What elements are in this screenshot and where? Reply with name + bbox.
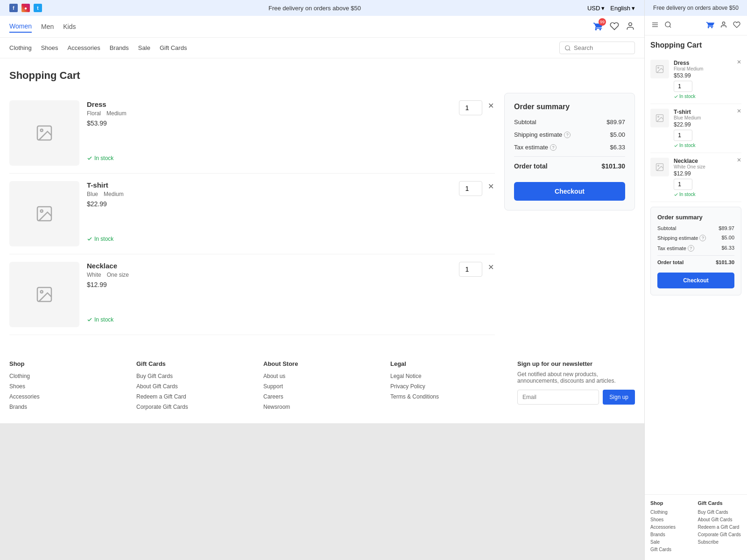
- summary-total-row: Order total $101.30: [514, 156, 625, 170]
- rp-footer-link[interactable]: Brands: [650, 532, 694, 537]
- tab-men[interactable]: Men: [41, 21, 54, 33]
- rp-footer-link[interactable]: Redeem a Gift Card: [698, 525, 742, 530]
- rp-footer-link[interactable]: Shoes: [650, 517, 694, 522]
- rp-remove-item-button[interactable]: ✕: [737, 108, 741, 114]
- rp-footer-link[interactable]: About Gift Cards: [698, 517, 742, 522]
- footer-link[interactable]: Terms & Conditions: [390, 393, 508, 400]
- remove-item-button[interactable]: ✕: [487, 100, 495, 111]
- rp-footer-link[interactable]: Corporate Gift Cards: [698, 532, 742, 537]
- rp-footer-link[interactable]: Accessories: [650, 525, 694, 530]
- remove-item-button[interactable]: ✕: [487, 181, 495, 192]
- rp-item-image: [650, 60, 669, 78]
- search-input[interactable]: [574, 44, 630, 51]
- rp-checkout-button[interactable]: Checkout: [657, 273, 734, 288]
- image-placeholder-icon: [35, 204, 54, 223]
- rp-footer-link[interactable]: Subscribe: [698, 539, 742, 545]
- nav-clothing[interactable]: Clothing: [9, 44, 32, 51]
- footer-newsletter-col: Sign up for our newsletter Get notified …: [517, 360, 635, 414]
- image-icon: [655, 113, 664, 123]
- footer-link[interactable]: Support: [263, 383, 381, 390]
- rp-remove-item-button[interactable]: ✕: [737, 59, 741, 65]
- check-icon: [87, 236, 92, 242]
- tab-women[interactable]: Women: [9, 21, 32, 33]
- rp-quantity-input[interactable]: [674, 81, 692, 92]
- rp-cart-icon-button[interactable]: [706, 21, 714, 30]
- shipping-value: $5.00: [610, 131, 625, 138]
- summary-tax-row: Tax estimate ? $6.33: [514, 144, 625, 151]
- instagram-icon[interactable]: ●: [21, 4, 30, 12]
- footer-link[interactable]: Buy Gift Cards: [136, 373, 254, 379]
- rp-footer-link[interactable]: Gift Cards: [650, 547, 694, 552]
- order-summary-panel: Order summary Subtotal $89.97 Shipping e…: [504, 93, 635, 210]
- language-selector[interactable]: English ▾: [610, 5, 635, 12]
- checkout-button[interactable]: Checkout: [514, 182, 625, 201]
- rp-footer-link[interactable]: Buy Gift Cards: [698, 510, 742, 515]
- nav-sale[interactable]: Sale: [138, 44, 150, 51]
- footer-link[interactable]: Shoes: [9, 383, 127, 390]
- rp-wishlist-icon-button[interactable]: [733, 21, 740, 30]
- tab-kids[interactable]: Kids: [63, 21, 76, 33]
- footer-link[interactable]: Legal Notice: [390, 373, 508, 379]
- rp-search-icon-button[interactable]: [664, 21, 672, 30]
- rp-header: [645, 16, 747, 35]
- remove-item-button[interactable]: ✕: [487, 262, 495, 273]
- newsletter-title: Sign up for our newsletter: [517, 360, 635, 367]
- newsletter-email-input[interactable]: [517, 390, 599, 405]
- cart-icon-button[interactable]: 99: [593, 21, 603, 33]
- rp-order-summary: Order summary Subtotal $89.97 Shipping e…: [650, 207, 741, 295]
- footer-link[interactable]: Corporate Gift Cards: [136, 404, 254, 410]
- total-value: $101.30: [601, 162, 625, 170]
- cart-items-list: Dress Floral Medium $53.99 In stock: [9, 93, 495, 335]
- rp-shipping-help-icon[interactable]: ?: [699, 235, 706, 241]
- quantity-input[interactable]: [459, 181, 482, 196]
- footer-link[interactable]: About Gift Cards: [136, 383, 254, 390]
- footer-link[interactable]: Redeem a Gift Card: [136, 393, 254, 400]
- quantity-input[interactable]: [459, 100, 482, 115]
- rp-quantity-input[interactable]: [674, 130, 692, 141]
- wishlist-icon-button[interactable]: [610, 21, 619, 32]
- footer-link[interactable]: About us: [263, 373, 381, 379]
- footer-grid: Shop Clothing Shoes Accessories Brands G…: [9, 360, 635, 414]
- nav-brands[interactable]: Brands: [110, 44, 129, 51]
- item-price: $22.99: [87, 200, 451, 208]
- svg-point-8: [41, 291, 43, 293]
- rp-menu-icon-button[interactable]: [651, 21, 659, 30]
- nav-giftcards[interactable]: Gift Cards: [160, 44, 187, 51]
- item-image-necklace: [9, 262, 79, 327]
- svg-point-18: [658, 116, 659, 118]
- cart-icon: [706, 21, 714, 29]
- nav-shoes[interactable]: Shoes: [41, 44, 58, 51]
- rp-tax-row: Tax estimate ? $6.33: [657, 245, 734, 252]
- tax-help-icon[interactable]: ?: [550, 144, 557, 151]
- footer-link[interactable]: Accessories: [9, 393, 127, 400]
- search-box[interactable]: [559, 42, 635, 54]
- rp-summary-title: Order summary: [657, 214, 734, 221]
- rp-footer-link[interactable]: Sale: [650, 539, 694, 545]
- currency-selector[interactable]: USD ▾: [587, 5, 605, 12]
- rp-footer-link[interactable]: Clothing: [650, 510, 694, 515]
- rp-account-icon-button[interactable]: [720, 21, 727, 30]
- newsletter-signup-button[interactable]: Sign up: [603, 390, 635, 405]
- footer-link[interactable]: Clothing: [9, 373, 127, 379]
- top-bar: f ● t Free delivery on orders above $50 …: [0, 0, 644, 16]
- rp-item-image: [650, 109, 669, 127]
- shipping-help-icon[interactable]: ?: [564, 132, 571, 138]
- footer-link[interactable]: Brands: [9, 404, 127, 410]
- quantity-input[interactable]: [459, 262, 482, 277]
- footer-legal-title: Legal: [390, 360, 508, 367]
- rp-item-price: $12.99: [674, 170, 741, 177]
- footer-link[interactable]: Careers: [263, 393, 381, 400]
- twitter-icon[interactable]: t: [34, 4, 42, 12]
- nav-accessories[interactable]: Accessories: [68, 44, 100, 51]
- rp-tax-help-icon[interactable]: ?: [688, 245, 694, 252]
- facebook-icon[interactable]: f: [9, 4, 18, 12]
- rp-remove-item-button[interactable]: ✕: [737, 157, 741, 163]
- svg-point-14: [722, 22, 725, 24]
- rp-item-price: $22.99: [674, 121, 741, 128]
- table-row: Dress Floral Medium $53.99 In stock: [9, 93, 495, 174]
- rp-quantity-input[interactable]: [674, 179, 692, 190]
- footer-link[interactable]: Newsroom: [263, 404, 381, 410]
- rp-in-stock-badge: In stock: [674, 94, 741, 99]
- footer-link[interactable]: Privacy Policy: [390, 383, 508, 390]
- account-icon-button[interactable]: [626, 21, 635, 32]
